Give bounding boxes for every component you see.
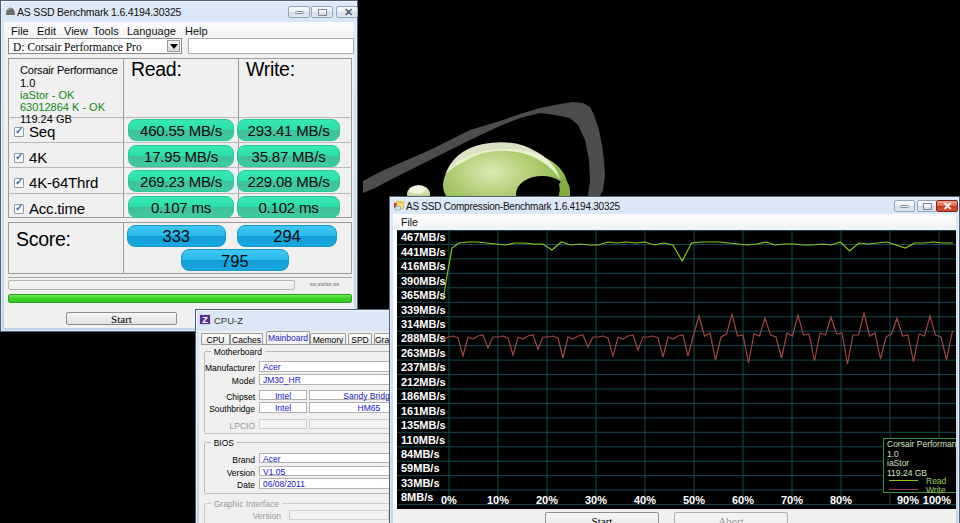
svg-text:1.0: 1.0 — [887, 449, 899, 459]
svg-text:Write: Write — [926, 485, 946, 495]
svg-text:119.24 GB: 119.24 GB — [887, 468, 927, 478]
svg-text:100%: 100% — [923, 494, 951, 506]
svg-text:339MB/s: 339MB/s — [401, 304, 446, 316]
svg-text:50%: 50% — [683, 494, 705, 506]
svg-text:Corsair Performanc: Corsair Performanc — [887, 439, 956, 449]
svg-text:70%: 70% — [781, 494, 803, 506]
svg-text:110MB/s: 110MB/s — [401, 434, 445, 446]
svg-text:467MB/s: 467MB/s — [401, 231, 446, 243]
svg-text:33MB/s: 33MB/s — [401, 477, 440, 489]
svg-text:263MB/s: 263MB/s — [401, 347, 446, 359]
svg-text:30%: 30% — [585, 494, 607, 506]
svg-text:441MB/s: 441MB/s — [401, 246, 446, 258]
svg-text:186MB/s: 186MB/s — [401, 390, 446, 402]
svg-text:161MB/s: 161MB/s — [401, 405, 446, 417]
svg-text:iaStor: iaStor — [887, 458, 909, 468]
svg-text:84MB/s: 84MB/s — [401, 448, 440, 460]
svg-text:288MB/s: 288MB/s — [401, 332, 446, 344]
svg-text:416MB/s: 416MB/s — [401, 260, 446, 272]
svg-text:10%: 10% — [487, 494, 509, 506]
svg-text:40%: 40% — [634, 494, 656, 506]
svg-text:237MB/s: 237MB/s — [401, 361, 446, 373]
svg-text:8MB/s: 8MB/s — [401, 491, 433, 503]
svg-text:390MB/s: 390MB/s — [401, 275, 446, 287]
svg-text:0%: 0% — [441, 494, 457, 506]
svg-text:80%: 80% — [830, 494, 852, 506]
svg-text:365MB/s: 365MB/s — [401, 289, 446, 301]
svg-text:20%: 20% — [536, 494, 558, 506]
svg-text:212MB/s: 212MB/s — [401, 376, 446, 388]
svg-text:60%: 60% — [732, 494, 754, 506]
svg-text:314MB/s: 314MB/s — [401, 318, 446, 330]
svg-text:135MB/s: 135MB/s — [401, 419, 446, 431]
svg-text:90%: 90% — [897, 494, 919, 506]
svg-text:59MB/s: 59MB/s — [401, 462, 440, 474]
